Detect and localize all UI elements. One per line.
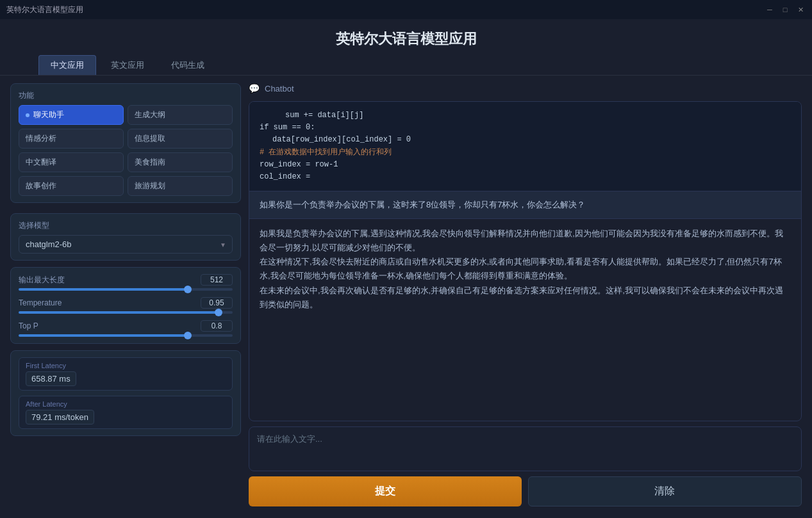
tab-chinese-app[interactable]: 中文应用 (38, 55, 96, 75)
code-line-3: data[row_index][col_index] = 0 (260, 134, 791, 146)
after-latency-value: 79.21 ms/token (26, 410, 94, 425)
max-length-row: 输出最大长度 512 (19, 274, 233, 291)
func-sentiment[interactable]: 情感分析 (19, 129, 124, 149)
func-sentiment-label: 情感分析 (26, 133, 56, 144)
func-travel-label: 旅游规划 (135, 181, 165, 191)
temperature-slider[interactable] (19, 311, 233, 314)
func-translate-label: 中文翻译 (26, 157, 56, 168)
model-select-wrapper: chatglm2-6b chatglm-6b baichuan-7b (19, 235, 233, 254)
bottom-buttons: 提交 清除 (249, 476, 802, 506)
code-line-5: row_index = row-1 (260, 159, 791, 171)
right-panel: 💬 Chatbot sum += data[i][j] if sum == 0:… (249, 83, 802, 506)
close-button[interactable]: ✕ (795, 4, 806, 15)
chatbot-label: Chatbot (265, 84, 294, 93)
clear-button[interactable]: 清除 (528, 476, 802, 506)
after-latency-label: After Latency (26, 400, 226, 408)
func-outline-label: 生成大纲 (135, 109, 165, 120)
functions-grid: 聊天助手 生成大纲 情感分析 信息提取 中文翻译 美食指南 故事 (19, 105, 233, 196)
tabs-bar: 中文应用 英文应用 代码生成 (0, 55, 812, 76)
model-label: 选择模型 (19, 220, 233, 231)
main-title: 英特尔大语言模型应用 (0, 19, 812, 55)
func-chat-assistant[interactable]: 聊天助手 (19, 105, 124, 125)
functions-label: 功能 (19, 90, 233, 101)
func-food[interactable]: 美食指南 (128, 152, 233, 172)
max-length-slider[interactable] (19, 288, 233, 291)
tab-code-gen[interactable]: 代码生成 (159, 55, 217, 75)
func-extract[interactable]: 信息提取 (128, 129, 233, 149)
question-text: 如果你是一个负责举办会议的下属，这时来了8位领导，你却只有7杯水，你会怎么解决？ (260, 200, 585, 209)
question-block: 如果你是一个负责举办会议的下属，这时来了8位领导，你却只有7杯水，你会怎么解决？ (249, 191, 801, 219)
func-chat-label: 聊天助手 (33, 109, 64, 120)
sliders-section: 输出最大长度 512 Temperature 0.95 Top P 0.8 (10, 267, 241, 344)
tab-english-app[interactable]: 英文应用 (99, 55, 156, 75)
titlebar: 英特尔大语言模型应用 ─ □ ✕ (0, 0, 812, 19)
code-block: sum += data[i][j] if sum == 0: data[row_… (249, 102, 801, 191)
functions-section: 功能 聊天助手 生成大纲 情感分析 信息提取 中文翻译 (10, 83, 241, 203)
chat-window: sum += data[i][j] if sum == 0: data[row_… (249, 101, 802, 421)
code-line-1: sum += data[i][j] (260, 109, 791, 122)
top-p-value: 0.8 (201, 320, 233, 332)
window-title: 英特尔大语言模型应用 (6, 4, 83, 15)
active-dot (26, 113, 29, 117)
maximize-button[interactable]: □ (780, 4, 790, 15)
answer-block: 如果我是负责举办会议的下属,遇到这种情况,我会尽快向领导们解释情况并向他们道歉,… (249, 219, 801, 320)
minimize-button[interactable]: ─ (765, 4, 775, 15)
first-latency-label: First Latency (26, 362, 226, 369)
temperature-value: 0.95 (201, 297, 233, 309)
after-latency-box: After Latency 79.21 ms/token (19, 396, 233, 429)
chat-messages[interactable]: sum += data[i][j] if sum == 0: data[row_… (249, 102, 801, 421)
func-story[interactable]: 故事创作 (19, 176, 124, 196)
max-length-value: 512 (201, 274, 233, 286)
model-section: 选择模型 chatglm2-6b chatglm-6b baichuan-7b (10, 213, 241, 261)
left-panel: 功能 聊天助手 生成大纲 情感分析 信息提取 中文翻译 (10, 83, 241, 506)
func-travel[interactable]: 旅游规划 (128, 176, 233, 196)
func-story-label: 故事创作 (26, 181, 56, 191)
code-line-6: col_index = (260, 171, 791, 183)
window-controls: ─ □ ✕ (765, 4, 806, 15)
code-line-2: if sum == 0: (260, 122, 791, 134)
max-length-label: 输出最大长度 (19, 275, 65, 286)
temperature-label: Temperature (19, 298, 62, 307)
func-food-label: 美食指南 (135, 157, 165, 168)
chatbot-header: 💬 Chatbot (249, 83, 802, 96)
answer-text: 如果我是负责举办会议的下属,遇到这种情况,我会尽快向领导们解释情况并向他们道歉,… (260, 229, 783, 309)
first-latency-box: First Latency 658.87 ms (19, 357, 233, 391)
top-p-slider[interactable] (19, 334, 233, 337)
top-p-row: Top P 0.8 (19, 320, 233, 337)
content-area: 功能 聊天助手 生成大纲 情感分析 信息提取 中文翻译 (0, 76, 812, 514)
func-translate[interactable]: 中文翻译 (19, 152, 124, 172)
chat-input[interactable]: 请在此输入文字... (249, 426, 802, 471)
top-p-label: Top P (19, 321, 38, 330)
submit-button[interactable]: 提交 (249, 476, 522, 506)
input-placeholder: 请在此输入文字... (257, 434, 322, 444)
latency-section: First Latency 658.87 ms After Latency 79… (10, 350, 241, 436)
temperature-row: Temperature 0.95 (19, 297, 233, 314)
model-select[interactable]: chatglm2-6b chatglm-6b baichuan-7b (19, 235, 233, 254)
code-line-4: # 在游戏数据中找到用户输入的行和列 (260, 147, 791, 159)
func-outline[interactable]: 生成大纲 (128, 105, 233, 125)
chatbot-icon: 💬 (249, 83, 260, 93)
func-extract-label: 信息提取 (135, 133, 165, 144)
first-latency-value: 658.87 ms (26, 371, 76, 386)
